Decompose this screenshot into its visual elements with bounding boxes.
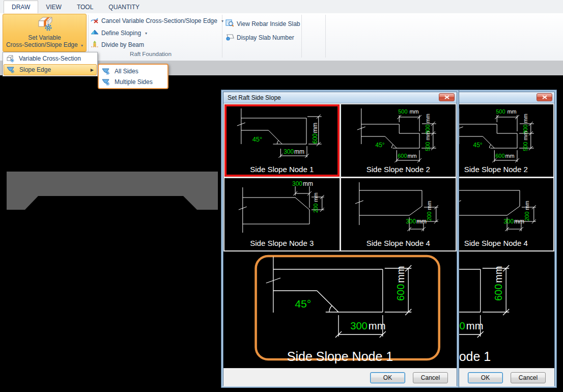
slope-edge-icon xyxy=(7,66,15,74)
svg-text:200mm: 200mm xyxy=(523,201,529,221)
thumbnail-caption: Side Slope Node 3 xyxy=(224,239,340,247)
menu-item-label: Variable Cross-Section xyxy=(19,55,81,62)
display-slab-icon: i xyxy=(226,33,234,43)
close-button[interactable] xyxy=(537,93,552,101)
submenu-arrow-icon: ▶ xyxy=(91,68,94,72)
svg-text:500mm: 500mm xyxy=(522,131,528,151)
selected-node-preview: 45° 300mm 600mm Side Slope Node 1 xyxy=(223,251,457,368)
close-icon xyxy=(542,95,547,99)
ribbon-separator xyxy=(88,15,89,58)
svg-text:200mm: 200mm xyxy=(313,192,319,213)
tab-draw[interactable]: DRAW xyxy=(4,1,38,13)
slope-node-grid: 45° 300mm 600mm Side Slope Node 1 45° 50… xyxy=(223,103,457,251)
set-variable-dropdown-menu: Variable Cross-Section Slope Edge ▶ xyxy=(3,52,98,76)
display-slab-number-button[interactable]: i Display Slab Number xyxy=(226,33,294,43)
svg-text:300mm: 300mm xyxy=(503,218,524,225)
ok-button[interactable]: OK xyxy=(468,372,503,383)
submenu-item-label: Multiple Sides xyxy=(115,78,153,86)
svg-text:45°: 45° xyxy=(375,142,384,149)
ribbon-separator xyxy=(325,15,326,58)
svg-text:45°: 45° xyxy=(473,142,482,149)
svg-text:45°: 45° xyxy=(252,135,263,143)
view-rebar-inside-slab-button[interactable]: View Rebar Inside Slab xyxy=(226,19,300,29)
thumbnail-side-slope-node-1[interactable]: 45° 300mm 600mm Side Slope Node 1 xyxy=(224,104,340,177)
dialog-title: Set Raft Side Slope xyxy=(228,94,281,101)
thumbnail-side-slope-node-4[interactable]: 200mm 300mm Side Slope Node 4 xyxy=(341,178,456,250)
divide-by-beam-button[interactable]: Divide by Beam xyxy=(91,40,144,50)
thumbnail-caption: Side Slope Node 1 xyxy=(224,165,340,174)
ribbon-separator xyxy=(301,15,302,58)
svg-text:500mm: 500mm xyxy=(496,108,516,115)
close-button[interactable] xyxy=(439,93,455,101)
set-variable-icon xyxy=(34,14,55,33)
ribbon-tab-bar: DRAW VIEW TOOL QUANTITY xyxy=(0,0,563,14)
node-2-drawing: 45° 500mm 300mm 500mm 600mm xyxy=(341,104,456,164)
cancel-button[interactable]: Cancel xyxy=(511,372,546,383)
define-sloping-button[interactable]: Define Sloping ▾ xyxy=(91,28,147,38)
svg-text:600mm: 600mm xyxy=(395,266,406,301)
svg-text:45°: 45° xyxy=(295,298,311,310)
submenu-item-multiple-sides[interactable]: Multiple Sides xyxy=(99,76,167,87)
dialog-titlebar[interactable]: Set Raft Side Slope xyxy=(223,92,457,103)
display-slab-label: Display Slab Number xyxy=(237,34,294,41)
svg-text:300mm: 300mm xyxy=(284,148,304,155)
slope-edge-icon xyxy=(102,78,110,86)
cancel-variable-icon xyxy=(91,16,99,26)
variable-cross-section-icon xyxy=(6,54,15,63)
divide-by-beam-icon xyxy=(91,40,99,50)
cancel-variable-label: Cancel Variable Cross-Section/Slope Edge xyxy=(101,17,217,24)
svg-text:500mm: 500mm xyxy=(398,108,418,115)
menu-item-label: Slope Edge xyxy=(19,66,51,73)
ribbon-group-label: Raft Foundation xyxy=(91,51,211,57)
svg-text:300mm: 300mm xyxy=(406,218,427,225)
define-sloping-label: Define Sloping xyxy=(101,30,141,37)
slope-edge-icon xyxy=(102,67,110,75)
node-3-drawing: 300mm 200mm xyxy=(224,178,340,238)
divide-by-beam-label: Divide by Beam xyxy=(101,41,144,48)
node-1-drawing: 45° 300mm 600mm xyxy=(224,104,340,164)
view-rebar-label: View Rebar Inside Slab xyxy=(237,20,300,27)
tab-tool[interactable]: TOOL xyxy=(69,1,101,13)
set-variable-cross-section-slope-edge-button[interactable]: Set Variable Cross-Section/Slope Edge ▾ xyxy=(3,14,87,52)
thumbnail-caption: Side Slope Node 2 xyxy=(341,165,456,174)
raft-cross-section-shape xyxy=(7,172,218,210)
set-variable-label-line1: Set Variable xyxy=(28,34,61,41)
close-icon xyxy=(444,95,449,99)
tab-quantity[interactable]: QUANTITY xyxy=(101,1,147,13)
highlight-ring xyxy=(256,256,439,359)
preview-caption: Side Slope Node 1 xyxy=(223,349,457,364)
submenu-item-label: All Sides xyxy=(115,68,138,75)
dialog-button-row: OK Cancel xyxy=(223,368,457,386)
svg-text:i: i xyxy=(228,37,228,40)
svg-text:200mm: 200mm xyxy=(426,201,432,221)
slope-edge-submenu: All Sides Multiple Sides xyxy=(98,64,168,89)
svg-text:600mm: 600mm xyxy=(398,153,416,159)
set-raft-side-slope-dialog: Set Raft Side Slope 45° 300mm 600mm Side… xyxy=(223,92,457,386)
thumbnail-caption: Side Slope Node 4 xyxy=(341,239,456,247)
cancel-variable-cross-section-button[interactable]: Cancel Variable Cross-Section/Slope Edge… xyxy=(91,16,223,26)
menu-item-slope-edge[interactable]: Slope Edge ▶ xyxy=(4,64,97,75)
svg-text:300mm: 300mm xyxy=(292,180,313,187)
submenu-item-all-sides[interactable]: All Sides xyxy=(99,66,167,76)
view-rebar-icon xyxy=(226,19,234,29)
svg-text:600mm: 600mm xyxy=(495,153,514,159)
tab-view[interactable]: VIEW xyxy=(38,1,69,13)
set-variable-label-line2: Cross-Section/Slope Edge xyxy=(6,41,78,48)
menu-item-variable-cross-section[interactable]: Variable Cross-Section xyxy=(4,53,97,64)
define-sloping-icon xyxy=(91,29,99,38)
dropdown-arrow-icon: ▾ xyxy=(81,43,83,48)
svg-text:300mm: 300mm xyxy=(350,320,385,331)
svg-text:500mm: 500mm xyxy=(424,131,430,151)
cancel-button[interactable]: Cancel xyxy=(413,372,448,383)
svg-text:600mm: 600mm xyxy=(493,266,504,301)
dropdown-arrow-icon: ▾ xyxy=(145,31,147,36)
svg-text:600mm: 600mm xyxy=(312,123,319,144)
thumbnail-side-slope-node-2[interactable]: 45° 500mm 300mm 500mm 600mm Side Slope N… xyxy=(341,104,456,177)
thumbnail-side-slope-node-3[interactable]: 300mm 200mm Side Slope Node 3 xyxy=(224,178,340,250)
node-4-drawing: 200mm 300mm xyxy=(341,178,456,238)
ok-button[interactable]: OK xyxy=(370,372,405,383)
dropdown-arrow-icon: ▾ xyxy=(221,19,223,23)
